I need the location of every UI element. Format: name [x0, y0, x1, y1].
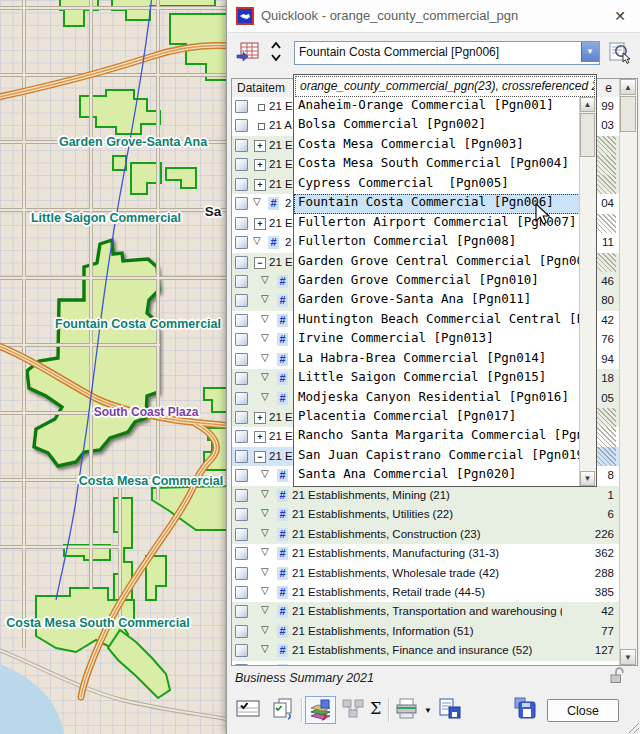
print-button[interactable] [393, 696, 423, 724]
expand-icon[interactable] [254, 179, 266, 191]
titlebar[interactable]: Quicklook - orange_county_commercial_pgn [227, 0, 640, 33]
row-checkbox[interactable] [235, 217, 248, 230]
dropdown-item[interactable]: Anaheim-Orange Commercial [Pgn001] [294, 97, 580, 116]
dropdown-item[interactable]: Irvine Commercial [Pgn013] [294, 330, 580, 349]
summarize-button[interactable] [339, 696, 369, 724]
dropdown-item[interactable]: Garden Grove Commercial [Pgn010] [294, 272, 580, 291]
row-checkbox[interactable] [235, 372, 248, 385]
row-checkbox[interactable] [235, 314, 248, 327]
dropdown-header-item[interactable]: orange_county_commercial_pgn(23), crossr… [295, 76, 595, 97]
list-item[interactable]: 21 Establishments, Wholesale trade (42)2… [232, 564, 620, 583]
dropdown-item[interactable]: Little Saigon Commercial [Pgn015] [294, 369, 580, 388]
scroll-down-icon[interactable] [580, 471, 595, 486]
row-checkbox[interactable] [235, 567, 248, 580]
funnel-icon[interactable] [261, 332, 269, 343]
row-checkbox[interactable] [235, 256, 248, 269]
funnel-icon[interactable] [261, 527, 269, 538]
close-icon[interactable] [611, 7, 629, 25]
list-item[interactable]: 21 Establishments, Construction (23)226 [232, 525, 620, 544]
dropdown-item[interactable]: San Juan Capistrano Commercial [Pgn019] [294, 447, 580, 466]
row-checkbox[interactable] [235, 450, 248, 463]
list-item[interactable]: 21 Establishments, Retail trade (44-5)38… [232, 583, 620, 602]
dropdown-item[interactable]: Bolsa Commercial [Pgn002] [294, 116, 580, 135]
row-checkbox[interactable] [235, 158, 248, 171]
list-item[interactable]: 21 Establishments, Information (51)77 [232, 622, 620, 641]
dropdown-item[interactable]: Cypress Commercial [Pgn005] [294, 175, 580, 194]
scrollbar-thumb[interactable] [620, 96, 636, 132]
funnel-icon[interactable] [261, 643, 269, 654]
list-item[interactable]: 21 Establishments, Manufacturing (31-3)3… [232, 544, 620, 563]
dropdown-item[interactable]: Garden Grove-Santa Ana [Pgn011] [294, 291, 580, 310]
print-dropdown-icon[interactable]: ▼ [424, 706, 432, 715]
dropdown-item[interactable]: Costa Mesa South Commercial [Pgn004] [294, 155, 580, 174]
save-button[interactable] [512, 696, 542, 724]
row-checkbox[interactable] [235, 119, 248, 132]
save-report-button[interactable] [437, 696, 467, 724]
apply-selection-button[interactable] [269, 696, 299, 724]
funnel-icon[interactable] [261, 293, 269, 304]
expand-icon[interactable] [254, 140, 266, 152]
row-checkbox[interactable] [235, 411, 248, 424]
funnel-icon[interactable] [261, 313, 269, 324]
row-checkbox[interactable] [235, 605, 248, 618]
list-item[interactable]: 21 Establishments, Transportation and wa… [232, 602, 620, 621]
scroll-up-icon[interactable] [580, 97, 595, 112]
row-checkbox[interactable] [235, 275, 248, 288]
dropdown-item[interactable]: Modjeska Canyon Residential [Pgn016] [294, 389, 580, 408]
funnel-icon[interactable] [261, 391, 269, 402]
dropdown-item[interactable]: Huntington Beach Commercial Central [Pgn… [294, 311, 580, 330]
funnel-icon[interactable] [261, 352, 269, 363]
dropdown-item[interactable]: La Habra-Brea Commercial [Pgn014] [294, 350, 580, 369]
list-item[interactable]: 21 Establishments, Mining (21)1 [232, 486, 620, 505]
row-checkbox[interactable] [235, 353, 248, 366]
dataview-button[interactable] [235, 40, 263, 68]
funnel-icon[interactable] [261, 663, 269, 665]
list-item[interactable]: 21 Establishments, Real estate and renta… [232, 661, 620, 665]
collapse-icon[interactable] [254, 451, 266, 463]
row-checkbox[interactable] [235, 489, 248, 502]
close-button[interactable]: Close [547, 699, 619, 722]
funnel-icon[interactable] [261, 566, 269, 577]
resize-grip[interactable] [627, 720, 640, 733]
funnel-icon[interactable] [261, 604, 269, 615]
row-checkbox[interactable] [235, 644, 248, 657]
expand-icon[interactable] [254, 159, 266, 171]
row-checkbox[interactable] [235, 528, 248, 541]
row-checkbox[interactable] [235, 197, 248, 210]
identify-button[interactable] [607, 39, 635, 67]
expand-icon[interactable] [254, 218, 266, 230]
select-fields-button[interactable] [235, 696, 265, 724]
map-layers-button[interactable] [305, 696, 336, 724]
dropdown-item[interactable]: Santa Ana Commercial [Pgn020] [294, 466, 580, 485]
record-spinner[interactable] [269, 39, 283, 65]
list-scrollbar[interactable] [619, 79, 637, 665]
scroll-down-icon[interactable] [620, 649, 636, 665]
funnel-icon[interactable] [261, 624, 269, 635]
row-checkbox[interactable] [235, 469, 248, 482]
funnel-icon[interactable] [261, 546, 269, 557]
row-checkbox[interactable] [235, 392, 248, 405]
scroll-up-icon[interactable] [620, 79, 636, 95]
list-item[interactable]: 21 Establishments, Utilities (22)6 [232, 505, 620, 524]
funnel-icon[interactable] [261, 507, 269, 518]
funnel-icon[interactable] [261, 274, 269, 285]
dropdown-item[interactable]: Garden Grove Central Commercial [Pgn009] [294, 253, 580, 272]
dropdown-item[interactable]: Rancho Santa Margarita Commercial [Pgn01… [294, 427, 580, 446]
row-checkbox[interactable] [235, 586, 248, 599]
list-item[interactable]: 21 Establishments, Finance and insurance… [232, 641, 620, 660]
row-checkbox[interactable] [235, 430, 248, 443]
dropdown-item[interactable]: Placentia Commercial [Pgn017] [294, 408, 580, 427]
row-checkbox[interactable] [235, 294, 248, 307]
feature-combobox[interactable]: Fountain Costa Commercial [Pgn006] [294, 41, 600, 65]
row-checkbox[interactable] [235, 664, 248, 665]
row-checkbox[interactable] [235, 333, 248, 346]
scrollbar-thumb[interactable] [580, 113, 595, 157]
combobox-dropdown-button[interactable] [581, 42, 599, 62]
row-checkbox[interactable] [235, 139, 248, 152]
dropdown-item[interactable]: Costa Mesa Commercial [Pgn003] [294, 136, 580, 155]
funnel-icon[interactable] [253, 235, 261, 246]
row-checkbox[interactable] [235, 625, 248, 638]
expand-icon[interactable] [254, 412, 266, 424]
funnel-icon[interactable] [261, 585, 269, 596]
collapse-icon[interactable] [254, 257, 266, 269]
